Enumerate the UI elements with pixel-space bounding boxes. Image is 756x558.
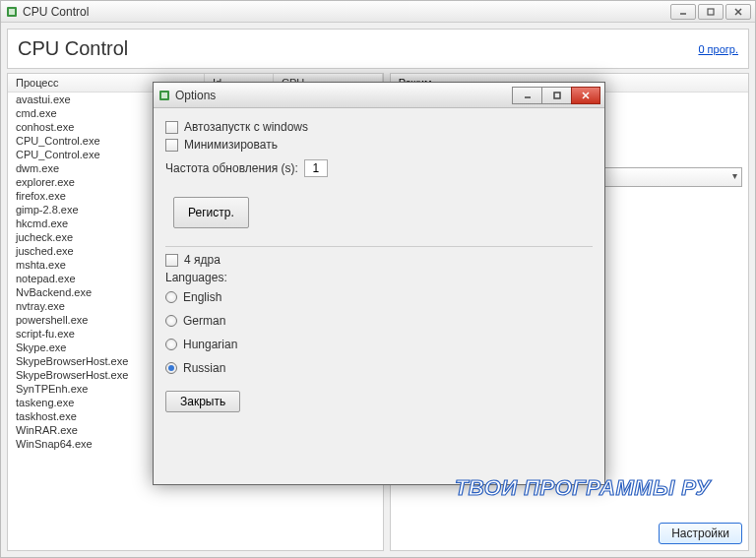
- settings-button[interactable]: Настройки: [659, 523, 742, 544]
- minimize-checkbox[interactable]: [165, 139, 178, 152]
- svg-rect-7: [161, 93, 167, 98]
- autostart-label: Автозапустк с windows: [184, 120, 308, 134]
- languages-label: Languages:: [165, 271, 593, 284]
- radio-icon[interactable]: [165, 315, 177, 327]
- language-label: Russian: [183, 361, 225, 375]
- frequency-row: Частота обновления (s):: [165, 159, 593, 177]
- radio-icon[interactable]: [165, 339, 177, 350]
- dialog-window-controls: [512, 87, 600, 104]
- language-label: German: [183, 314, 225, 328]
- four-cores-row[interactable]: 4 ядра: [165, 253, 593, 267]
- radio-icon[interactable]: [165, 291, 177, 303]
- language-label: Hungarian: [183, 338, 237, 351]
- dialog-title: Options: [175, 89, 512, 102]
- main-titlebar: CPU Control: [1, 1, 755, 23]
- app-icon: [5, 5, 19, 19]
- main-window-title: CPU Control: [23, 5, 670, 19]
- dialog-titlebar[interactable]: Options: [154, 83, 604, 108]
- dialog-minimize-button[interactable]: [512, 87, 541, 104]
- frequency-input[interactable]: [304, 159, 328, 177]
- header-area: CPU Control 0 прогр.: [7, 29, 749, 69]
- dialog-maximize-button[interactable]: [541, 87, 571, 104]
- maximize-button[interactable]: [698, 4, 724, 20]
- dialog-close-button[interactable]: [571, 87, 600, 104]
- divider: [165, 246, 593, 247]
- four-cores-label: 4 ядра: [184, 253, 220, 267]
- minimize-row[interactable]: Минимизировать: [165, 138, 593, 152]
- language-option[interactable]: Russian: [165, 361, 593, 375]
- autostart-checkbox[interactable]: [165, 121, 178, 134]
- four-cores-checkbox[interactable]: [165, 254, 178, 267]
- language-option[interactable]: Hungarian: [165, 338, 593, 351]
- close-button[interactable]: [725, 4, 751, 20]
- options-dialog: Options Автозапустк с windows Минимизиро…: [153, 82, 605, 485]
- dialog-app-icon: [158, 89, 171, 102]
- register-button[interactable]: Регистр.: [173, 197, 249, 228]
- language-option[interactable]: German: [165, 314, 593, 328]
- svg-rect-1: [9, 9, 15, 15]
- main-window-controls: [670, 4, 751, 20]
- frequency-label: Частота обновления (s):: [165, 161, 298, 175]
- minimize-label: Минимизировать: [184, 138, 278, 152]
- autostart-row[interactable]: Автозапустк с windows: [165, 120, 593, 134]
- svg-rect-9: [554, 93, 560, 98]
- dialog-body: Автозапустк с windows Минимизировать Час…: [154, 108, 604, 484]
- page-title: CPU Control: [18, 37, 128, 60]
- language-list: EnglishGermanHungarianRussian: [165, 290, 593, 375]
- programs-link[interactable]: 0 прогр.: [698, 43, 738, 55]
- minimize-button[interactable]: [670, 4, 696, 20]
- bottom-bar: Настройки: [391, 517, 748, 550]
- language-option[interactable]: English: [165, 290, 593, 304]
- language-label: English: [183, 290, 221, 304]
- dialog-close-action-button[interactable]: Закрыть: [165, 391, 240, 412]
- radio-icon[interactable]: [165, 362, 177, 374]
- svg-rect-3: [708, 9, 714, 15]
